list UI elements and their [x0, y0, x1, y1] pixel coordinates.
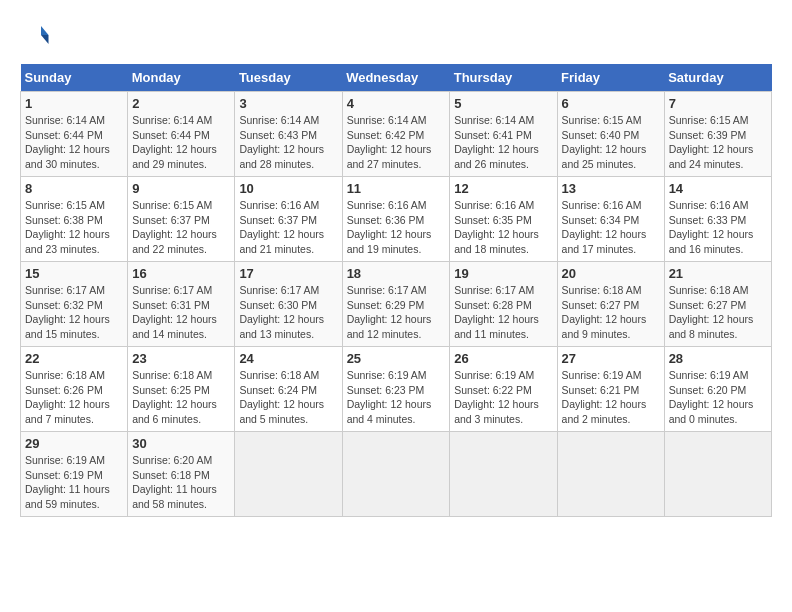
col-thursday: Thursday	[450, 64, 557, 92]
day-number: 11	[347, 181, 446, 196]
calendar-week-row: 22Sunrise: 6:18 AM Sunset: 6:26 PM Dayli…	[21, 347, 772, 432]
table-row: 8Sunrise: 6:15 AM Sunset: 6:38 PM Daylig…	[21, 177, 128, 262]
day-number: 23	[132, 351, 230, 366]
col-monday: Monday	[128, 64, 235, 92]
day-detail: Sunrise: 6:18 AM Sunset: 6:26 PM Dayligh…	[25, 368, 123, 427]
day-number: 3	[239, 96, 337, 111]
table-row: 13Sunrise: 6:16 AM Sunset: 6:34 PM Dayli…	[557, 177, 664, 262]
day-detail: Sunrise: 6:16 AM Sunset: 6:37 PM Dayligh…	[239, 198, 337, 257]
table-row: 24Sunrise: 6:18 AM Sunset: 6:24 PM Dayli…	[235, 347, 342, 432]
day-detail: Sunrise: 6:16 AM Sunset: 6:33 PM Dayligh…	[669, 198, 767, 257]
svg-marker-1	[41, 35, 49, 44]
day-number: 14	[669, 181, 767, 196]
table-row: 10Sunrise: 6:16 AM Sunset: 6:37 PM Dayli…	[235, 177, 342, 262]
day-detail: Sunrise: 6:16 AM Sunset: 6:36 PM Dayligh…	[347, 198, 446, 257]
day-number: 27	[562, 351, 660, 366]
table-row: 15Sunrise: 6:17 AM Sunset: 6:32 PM Dayli…	[21, 262, 128, 347]
table-row	[557, 432, 664, 517]
day-number: 7	[669, 96, 767, 111]
table-row: 14Sunrise: 6:16 AM Sunset: 6:33 PM Dayli…	[664, 177, 771, 262]
day-number: 10	[239, 181, 337, 196]
table-row: 26Sunrise: 6:19 AM Sunset: 6:22 PM Dayli…	[450, 347, 557, 432]
table-row: 19Sunrise: 6:17 AM Sunset: 6:28 PM Dayli…	[450, 262, 557, 347]
table-row	[450, 432, 557, 517]
table-row: 23Sunrise: 6:18 AM Sunset: 6:25 PM Dayli…	[128, 347, 235, 432]
table-row	[342, 432, 450, 517]
day-detail: Sunrise: 6:15 AM Sunset: 6:38 PM Dayligh…	[25, 198, 123, 257]
table-row: 17Sunrise: 6:17 AM Sunset: 6:30 PM Dayli…	[235, 262, 342, 347]
day-detail: Sunrise: 6:18 AM Sunset: 6:27 PM Dayligh…	[669, 283, 767, 342]
day-detail: Sunrise: 6:17 AM Sunset: 6:31 PM Dayligh…	[132, 283, 230, 342]
table-row: 6Sunrise: 6:15 AM Sunset: 6:40 PM Daylig…	[557, 92, 664, 177]
day-detail: Sunrise: 6:14 AM Sunset: 6:44 PM Dayligh…	[132, 113, 230, 172]
table-row	[235, 432, 342, 517]
col-friday: Friday	[557, 64, 664, 92]
day-detail: Sunrise: 6:19 AM Sunset: 6:23 PM Dayligh…	[347, 368, 446, 427]
table-row: 4Sunrise: 6:14 AM Sunset: 6:42 PM Daylig…	[342, 92, 450, 177]
day-detail: Sunrise: 6:15 AM Sunset: 6:39 PM Dayligh…	[669, 113, 767, 172]
day-detail: Sunrise: 6:18 AM Sunset: 6:27 PM Dayligh…	[562, 283, 660, 342]
table-row: 20Sunrise: 6:18 AM Sunset: 6:27 PM Dayli…	[557, 262, 664, 347]
svg-marker-0	[41, 26, 49, 35]
table-row: 16Sunrise: 6:17 AM Sunset: 6:31 PM Dayli…	[128, 262, 235, 347]
day-number: 2	[132, 96, 230, 111]
day-detail: Sunrise: 6:17 AM Sunset: 6:30 PM Dayligh…	[239, 283, 337, 342]
calendar-week-row: 29Sunrise: 6:19 AM Sunset: 6:19 PM Dayli…	[21, 432, 772, 517]
table-row: 30Sunrise: 6:20 AM Sunset: 6:18 PM Dayli…	[128, 432, 235, 517]
day-number: 17	[239, 266, 337, 281]
day-number: 13	[562, 181, 660, 196]
header	[20, 20, 772, 54]
day-detail: Sunrise: 6:17 AM Sunset: 6:29 PM Dayligh…	[347, 283, 446, 342]
day-detail: Sunrise: 6:19 AM Sunset: 6:20 PM Dayligh…	[669, 368, 767, 427]
table-row: 27Sunrise: 6:19 AM Sunset: 6:21 PM Dayli…	[557, 347, 664, 432]
day-number: 1	[25, 96, 123, 111]
table-row: 3Sunrise: 6:14 AM Sunset: 6:43 PM Daylig…	[235, 92, 342, 177]
day-detail: Sunrise: 6:14 AM Sunset: 6:42 PM Dayligh…	[347, 113, 446, 172]
day-number: 26	[454, 351, 552, 366]
day-detail: Sunrise: 6:20 AM Sunset: 6:18 PM Dayligh…	[132, 453, 230, 512]
day-detail: Sunrise: 6:19 AM Sunset: 6:21 PM Dayligh…	[562, 368, 660, 427]
col-wednesday: Wednesday	[342, 64, 450, 92]
day-number: 21	[669, 266, 767, 281]
col-saturday: Saturday	[664, 64, 771, 92]
calendar-header-row: Sunday Monday Tuesday Wednesday Thursday…	[21, 64, 772, 92]
calendar-week-row: 1Sunrise: 6:14 AM Sunset: 6:44 PM Daylig…	[21, 92, 772, 177]
table-row: 7Sunrise: 6:15 AM Sunset: 6:39 PM Daylig…	[664, 92, 771, 177]
day-detail: Sunrise: 6:18 AM Sunset: 6:25 PM Dayligh…	[132, 368, 230, 427]
day-number: 20	[562, 266, 660, 281]
day-number: 24	[239, 351, 337, 366]
day-detail: Sunrise: 6:14 AM Sunset: 6:44 PM Dayligh…	[25, 113, 123, 172]
logo-icon	[20, 20, 50, 50]
table-row	[664, 432, 771, 517]
table-row: 29Sunrise: 6:19 AM Sunset: 6:19 PM Dayli…	[21, 432, 128, 517]
day-detail: Sunrise: 6:15 AM Sunset: 6:40 PM Dayligh…	[562, 113, 660, 172]
day-detail: Sunrise: 6:14 AM Sunset: 6:43 PM Dayligh…	[239, 113, 337, 172]
day-detail: Sunrise: 6:14 AM Sunset: 6:41 PM Dayligh…	[454, 113, 552, 172]
table-row: 11Sunrise: 6:16 AM Sunset: 6:36 PM Dayli…	[342, 177, 450, 262]
day-number: 22	[25, 351, 123, 366]
table-row: 18Sunrise: 6:17 AM Sunset: 6:29 PM Dayli…	[342, 262, 450, 347]
day-detail: Sunrise: 6:18 AM Sunset: 6:24 PM Dayligh…	[239, 368, 337, 427]
day-number: 6	[562, 96, 660, 111]
calendar-week-row: 15Sunrise: 6:17 AM Sunset: 6:32 PM Dayli…	[21, 262, 772, 347]
table-row: 12Sunrise: 6:16 AM Sunset: 6:35 PM Dayli…	[450, 177, 557, 262]
day-detail: Sunrise: 6:19 AM Sunset: 6:19 PM Dayligh…	[25, 453, 123, 512]
day-detail: Sunrise: 6:15 AM Sunset: 6:37 PM Dayligh…	[132, 198, 230, 257]
day-number: 12	[454, 181, 552, 196]
day-number: 30	[132, 436, 230, 451]
day-number: 9	[132, 181, 230, 196]
table-row: 9Sunrise: 6:15 AM Sunset: 6:37 PM Daylig…	[128, 177, 235, 262]
day-number: 8	[25, 181, 123, 196]
calendar-body: 1Sunrise: 6:14 AM Sunset: 6:44 PM Daylig…	[21, 92, 772, 517]
day-detail: Sunrise: 6:16 AM Sunset: 6:35 PM Dayligh…	[454, 198, 552, 257]
table-row: 28Sunrise: 6:19 AM Sunset: 6:20 PM Dayli…	[664, 347, 771, 432]
day-number: 4	[347, 96, 446, 111]
table-row: 1Sunrise: 6:14 AM Sunset: 6:44 PM Daylig…	[21, 92, 128, 177]
day-number: 16	[132, 266, 230, 281]
calendar-table: Sunday Monday Tuesday Wednesday Thursday…	[20, 64, 772, 517]
day-number: 28	[669, 351, 767, 366]
day-number: 5	[454, 96, 552, 111]
calendar-week-row: 8Sunrise: 6:15 AM Sunset: 6:38 PM Daylig…	[21, 177, 772, 262]
day-detail: Sunrise: 6:16 AM Sunset: 6:34 PM Dayligh…	[562, 198, 660, 257]
day-number: 15	[25, 266, 123, 281]
